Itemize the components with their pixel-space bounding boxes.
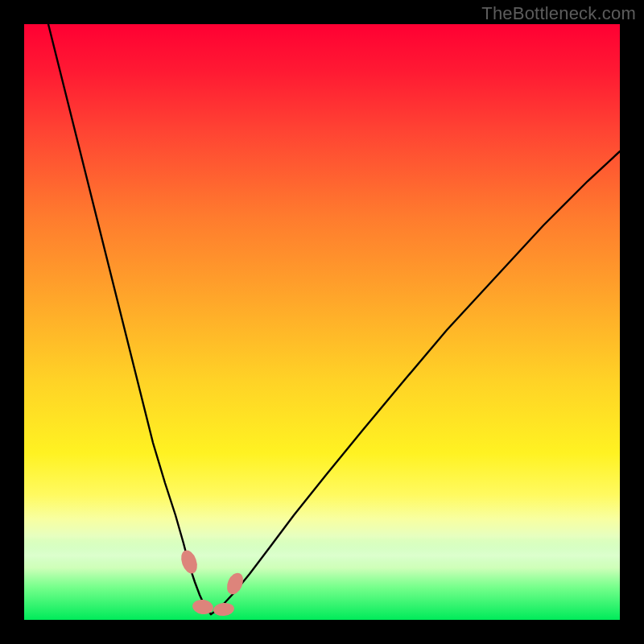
chart-frame: TheBottleneck.com: [0, 0, 644, 644]
plot-area: [24, 24, 620, 620]
attribution-text: TheBottleneck.com: [481, 3, 636, 24]
